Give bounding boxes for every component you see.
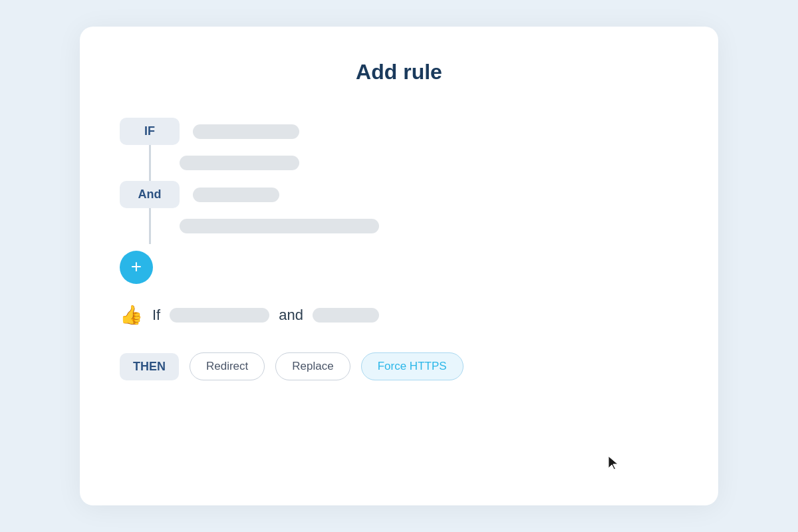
thumbs-up-icon: 👍	[120, 304, 143, 326]
and-connector	[120, 208, 678, 244]
if-skeleton-2	[180, 156, 299, 170]
and-connector-column	[120, 208, 180, 244]
and-badge: And	[120, 181, 180, 208]
if-skeleton-1	[193, 124, 299, 139]
plus-icon: +	[131, 257, 142, 276]
and-skeleton-2	[180, 219, 379, 233]
preview-if-text: If	[152, 307, 160, 324]
and-sub-content	[180, 208, 678, 244]
then-badge: THEN	[120, 353, 179, 380]
preview-skeleton-2	[313, 308, 379, 323]
and-connector-line	[149, 208, 151, 244]
and-section: And	[120, 181, 678, 244]
and-row: And	[120, 181, 678, 208]
if-section: IF	[120, 118, 678, 181]
connector-column	[120, 145, 180, 181]
and-skeleton-1	[193, 188, 279, 202]
rule-builder: IF And	[120, 118, 678, 380]
preview-skeleton-1	[170, 308, 269, 323]
main-card: Add rule IF And	[80, 27, 718, 505]
preview-row: 👍 If and	[120, 304, 678, 326]
then-section: THEN Redirect Replace Force HTTPS	[120, 352, 678, 380]
cursor-indicator	[607, 455, 620, 471]
replace-button[interactable]: Replace	[275, 352, 350, 380]
if-row: IF	[120, 118, 678, 145]
redirect-button[interactable]: Redirect	[190, 352, 265, 380]
preview-and-text: and	[279, 307, 303, 324]
add-condition-button[interactable]: +	[120, 251, 153, 284]
connector-line	[149, 145, 151, 181]
force-https-button[interactable]: Force HTTPS	[361, 352, 464, 380]
if-sub-content	[180, 145, 678, 181]
if-connector	[120, 145, 678, 181]
plus-section: +	[120, 251, 678, 284]
page-title: Add rule	[120, 60, 678, 84]
if-badge: IF	[120, 118, 180, 145]
